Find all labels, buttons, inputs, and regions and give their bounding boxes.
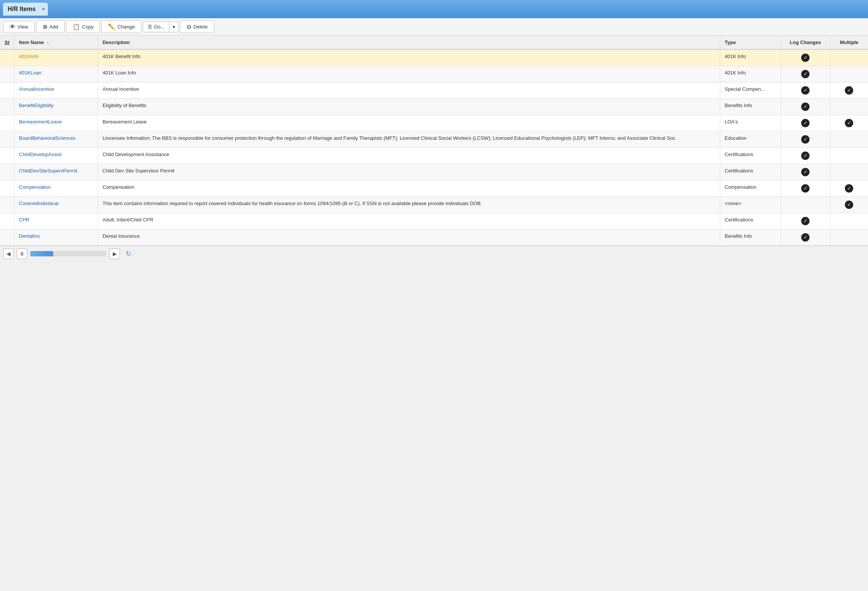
row-type: Certifications xyxy=(720,213,781,229)
col-multiple: Multiple xyxy=(830,36,868,49)
sort-arrow: ↑ xyxy=(47,41,49,45)
check-icon: ✓ xyxy=(801,119,810,127)
row-log-changes: ✓ xyxy=(781,148,830,164)
do-dropdown-arrow[interactable]: ▼ xyxy=(169,22,178,32)
table-row[interactable]: CompensationCompensationCompensation✓✓ xyxy=(0,180,868,197)
col-type: Type xyxy=(720,36,781,49)
row-type: <none> xyxy=(720,197,781,213)
row-description: This item contains information required … xyxy=(98,197,720,213)
row-type: 401K Info xyxy=(720,66,781,82)
row-st xyxy=(0,197,14,213)
row-item-name[interactable]: BoardBehavioralSciences xyxy=(14,131,98,148)
row-multiple xyxy=(830,99,868,115)
check-icon: ✓ xyxy=(801,70,810,78)
delete-label: Delete xyxy=(193,24,208,30)
row-type: Education xyxy=(720,131,781,148)
row-description: Dental Insurance xyxy=(98,229,720,246)
table-row[interactable]: DentalInsDental InsuranceBenefits Info✓ xyxy=(0,229,868,246)
table-row[interactable]: BereavementLeaveBereavement LeaveLOA's✓✓ xyxy=(0,115,868,131)
refresh-button[interactable]: ↻ xyxy=(123,248,134,259)
check-icon: ✓ xyxy=(845,184,853,193)
check-icon: ✓ xyxy=(801,217,810,225)
row-item-name[interactable]: ChildDevelopAssist xyxy=(14,148,98,164)
add-label: Add xyxy=(49,24,58,30)
table-body: 401KInfo401K Benefit Info401K Info✓401KL… xyxy=(0,49,868,246)
row-st xyxy=(0,99,14,115)
row-multiple xyxy=(830,66,868,82)
table-container: St Item Name ↑ Description Type Log Chan… xyxy=(0,36,868,246)
view-button[interactable]: 👁 View xyxy=(3,21,35,33)
row-multiple xyxy=(830,131,868,148)
check-icon: ✓ xyxy=(801,184,810,193)
row-item-name[interactable]: 401KInfo xyxy=(14,49,98,66)
table-row[interactable]: BoardBehavioralSciencesLincensee Infomat… xyxy=(0,131,868,148)
title-bar: H/R Items × xyxy=(0,0,868,18)
close-button[interactable]: × xyxy=(42,6,45,12)
row-item-name[interactable]: AnnualIncentive xyxy=(14,82,98,99)
table-row[interactable]: 401KLoan401K Loan Info401K Info✓ xyxy=(0,66,868,82)
delete-icon: ⊖ xyxy=(186,23,191,30)
row-item-name[interactable]: DentalIns xyxy=(14,229,98,246)
row-st xyxy=(0,164,14,180)
row-multiple xyxy=(830,164,868,180)
do-label: Do... xyxy=(154,24,164,30)
row-item-name[interactable]: ChildDevSiteSupervPermit xyxy=(14,164,98,180)
row-multiple xyxy=(830,148,868,164)
pause-button[interactable]: ⏸ xyxy=(17,248,27,259)
add-button[interactable]: ⊕ Add xyxy=(36,21,65,33)
table-row[interactable]: ChildDevSiteSupervPermitChild Dev Site S… xyxy=(0,164,868,180)
row-item-name[interactable]: BereavementLeave xyxy=(14,115,98,131)
row-st xyxy=(0,49,14,66)
row-type: Certifications xyxy=(720,148,781,164)
copy-button[interactable]: 📋 Copy xyxy=(66,21,100,33)
table-row[interactable]: CoveredIndividualThis item contains info… xyxy=(0,197,868,213)
check-icon: ✓ xyxy=(801,54,810,62)
row-log-changes: ✓ xyxy=(781,49,830,66)
table-row[interactable]: ChildDevelopAssistChild Development Assi… xyxy=(0,148,868,164)
row-type: 401K Info xyxy=(720,49,781,66)
col-log-changes: Log Changes xyxy=(781,36,830,49)
row-description: Adult, Infant/Child CPR xyxy=(98,213,720,229)
next-button[interactable]: ▶ xyxy=(109,248,120,259)
row-type: LOA's xyxy=(720,115,781,131)
do-button-main[interactable]: ☰ Do... xyxy=(143,22,169,32)
check-icon: ✓ xyxy=(801,168,810,176)
table-row[interactable]: 401KInfo401K Benefit Info401K Info✓ xyxy=(0,49,868,66)
row-item-name[interactable]: Compensation xyxy=(14,180,98,197)
window-title: H/R Items xyxy=(8,6,36,13)
view-label: View xyxy=(17,24,28,30)
change-label: Change xyxy=(117,24,135,30)
row-item-name[interactable]: CoveredIndividual xyxy=(14,197,98,213)
window-tab[interactable]: H/R Items × xyxy=(3,3,48,16)
row-description: Compensation xyxy=(98,180,720,197)
row-log-changes: ✓ xyxy=(781,115,830,131)
view-icon: 👁 xyxy=(9,24,16,30)
row-log-changes: ✓ xyxy=(781,131,830,148)
row-item-name[interactable]: BenefitEligibility xyxy=(14,99,98,115)
table-row[interactable]: AnnualIncentiveAnnual IncentiveSpecial C… xyxy=(0,82,868,99)
col-st: St xyxy=(0,36,14,49)
footer-bar: ◀ ⏸ ▶ ↻ xyxy=(0,246,868,261)
row-log-changes: ✓ xyxy=(781,229,830,246)
do-button-split: ☰ Do... ▼ xyxy=(143,21,178,32)
row-item-name[interactable]: 401KLoan xyxy=(14,66,98,82)
col-description: Description xyxy=(98,36,720,49)
progress-bar xyxy=(30,251,106,256)
delete-button[interactable]: ⊖ Delete xyxy=(180,21,214,33)
table-row[interactable]: CPRAdult, Infant/Child CPRCertifications… xyxy=(0,213,868,229)
table-row[interactable]: BenefitEligibilityEligibility of Benefit… xyxy=(0,99,868,115)
check-icon: ✓ xyxy=(845,86,853,95)
row-st xyxy=(0,148,14,164)
row-type: Compensation xyxy=(720,180,781,197)
prev-button[interactable]: ◀ xyxy=(3,248,14,259)
row-multiple: ✓ xyxy=(830,115,868,131)
row-description: Eligibility of Benefits xyxy=(98,99,720,115)
col-item-name[interactable]: Item Name ↑ xyxy=(14,36,98,49)
change-button[interactable]: ✏️ Change xyxy=(101,21,141,33)
check-icon: ✓ xyxy=(845,119,853,127)
row-item-name[interactable]: CPR xyxy=(14,213,98,229)
row-type: Benefits Info xyxy=(720,229,781,246)
row-multiple xyxy=(830,213,868,229)
row-st xyxy=(0,66,14,82)
do-icon: ☰ xyxy=(148,24,152,30)
